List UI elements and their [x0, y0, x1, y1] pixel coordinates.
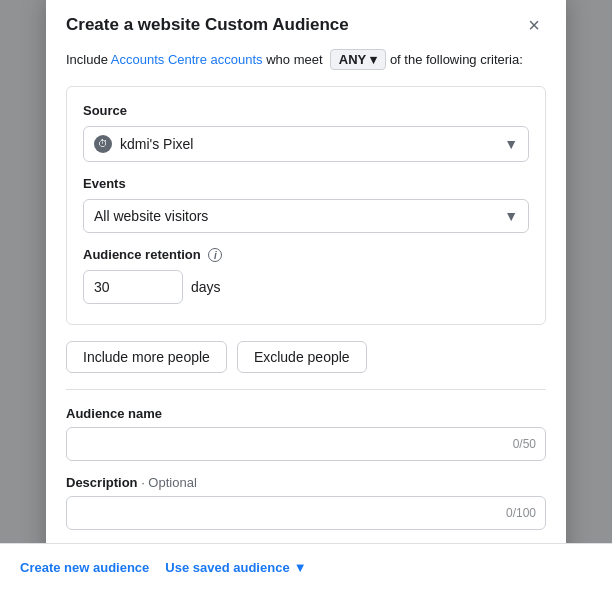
pixel-icon: ⏱: [94, 135, 112, 153]
after-badge-text: of the following criteria:: [390, 52, 523, 67]
description-label-text: Description: [66, 475, 138, 490]
audience-name-label: Audience name: [66, 406, 546, 421]
divider: [66, 389, 546, 390]
events-chevron-icon: ▼: [504, 208, 518, 224]
modal-header: Create a website Custom Audience ×: [66, 13, 546, 37]
retention-label-text: Audience retention: [83, 247, 201, 262]
retention-info-icon[interactable]: i: [208, 248, 222, 262]
saved-audience-label: Use saved audience: [165, 560, 289, 575]
events-select[interactable]: All website visitors ▼: [83, 199, 529, 233]
any-label: ANY: [339, 52, 366, 67]
retention-label: Audience retention i: [83, 247, 529, 263]
bottom-bar: Create new audience Use saved audience ▼: [0, 543, 612, 591]
use-saved-audience-link[interactable]: Use saved audience ▼: [165, 560, 306, 575]
modal-backdrop: Create a website Custom Audience × Inclu…: [0, 0, 612, 591]
audience-name-wrapper: 0/50: [66, 427, 546, 461]
retention-input[interactable]: [83, 270, 183, 304]
exclude-people-button[interactable]: Exclude people: [237, 341, 367, 373]
accounts-centre-link[interactable]: Accounts Centre accounts: [111, 52, 263, 67]
saved-chevron-icon: ▼: [294, 560, 307, 575]
any-badge[interactable]: ANY ▾: [330, 49, 386, 70]
description-optional-text: · Optional: [141, 475, 197, 490]
source-chevron-icon: ▼: [504, 136, 518, 152]
audience-name-input[interactable]: [66, 427, 546, 461]
pixel-name: kdmi's Pixel: [120, 136, 193, 152]
close-button[interactable]: ×: [522, 13, 546, 37]
description-input[interactable]: [66, 496, 546, 530]
source-label: Source: [83, 103, 529, 118]
create-new-audience-link[interactable]: Create new audience: [20, 560, 149, 575]
intro-line: Include Accounts Centre accounts who mee…: [66, 49, 546, 70]
source-select-wrapper: ⏱ kdmi's Pixel ▼: [83, 126, 529, 162]
any-chevron-icon: ▾: [370, 52, 377, 67]
retention-unit: days: [191, 279, 221, 295]
modal-container: Create a website Custom Audience × Inclu…: [46, 0, 566, 591]
events-label: Events: [83, 176, 529, 191]
pixel-icon-symbol: ⏱: [98, 138, 108, 149]
intro-suffix: who meet: [263, 52, 323, 67]
criteria-box: Source ⏱ kdmi's Pixel ▼ Events All websi…: [66, 86, 546, 326]
include-more-button[interactable]: Include more people: [66, 341, 227, 373]
description-wrapper: 0/100: [66, 496, 546, 530]
source-select[interactable]: ⏱ kdmi's Pixel ▼: [83, 126, 529, 162]
events-value: All website visitors: [94, 208, 208, 224]
actions-row: Include more people Exclude people: [66, 341, 546, 373]
intro-prefix: Include: [66, 52, 111, 67]
events-select-wrapper: All website visitors ▼: [83, 199, 529, 233]
modal-title: Create a website Custom Audience: [66, 15, 349, 35]
retention-row: days: [83, 270, 529, 304]
description-label: Description · Optional: [66, 475, 546, 490]
